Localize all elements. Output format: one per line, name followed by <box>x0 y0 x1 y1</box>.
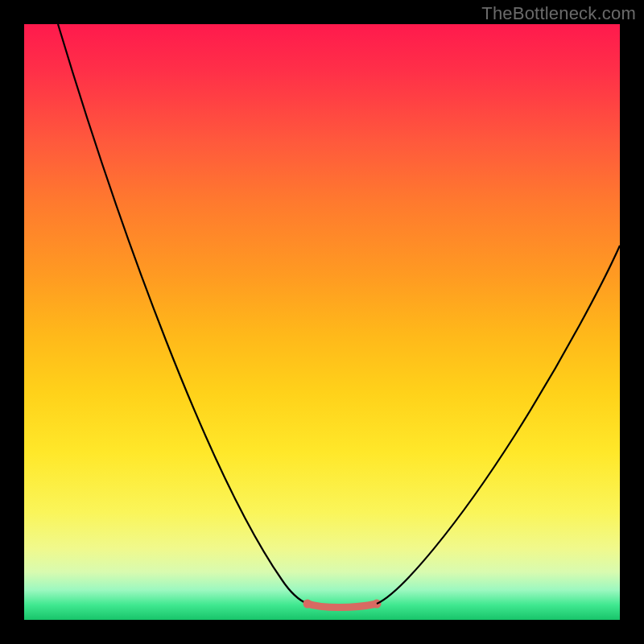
trough-left-dot <box>303 600 312 609</box>
curve-right-branch <box>377 246 620 604</box>
curve-left-branch <box>58 24 308 604</box>
plot-area <box>24 24 620 620</box>
bottleneck-curve <box>24 24 620 620</box>
watermark-text: TheBottleneck.com <box>481 3 636 24</box>
chart-frame: TheBottleneck.com <box>0 0 644 644</box>
curve-trough <box>308 604 377 608</box>
